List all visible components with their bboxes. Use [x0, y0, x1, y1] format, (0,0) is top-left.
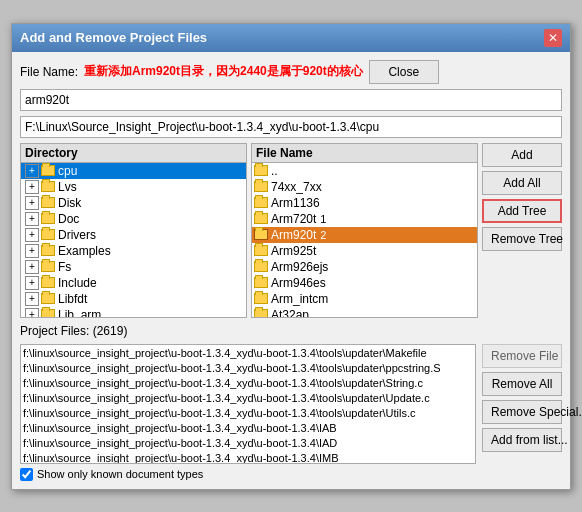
folder-icon-armintcm	[254, 293, 268, 304]
project-files-section: Project Files: (2619) f:\linux\source_in…	[20, 324, 562, 481]
annotation-2: 2	[320, 229, 326, 241]
file-label-arm946es: Arm946es	[271, 276, 326, 290]
dir-item-libarm[interactable]: + Lib_arm	[21, 307, 246, 318]
expand-icon-include[interactable]: +	[25, 276, 39, 290]
file-item-dotdot[interactable]: ..	[252, 163, 477, 179]
dir-item-lvs[interactable]: + Lvs	[21, 179, 246, 195]
add-all-button[interactable]: Add All	[482, 171, 562, 195]
dir-label-lvs: Lvs	[58, 180, 77, 194]
file-item-74xx[interactable]: 74xx_7xx	[252, 179, 477, 195]
folder-icon-drivers	[41, 229, 55, 240]
dir-item-drivers[interactable]: + Drivers	[21, 227, 246, 243]
file-label-arm1136: Arm1136	[271, 196, 320, 210]
filename-panel-header: File Name	[252, 144, 477, 163]
file-label-arm920t: Arm920t	[271, 228, 316, 242]
expand-icon-disk[interactable]: +	[25, 196, 39, 210]
bottom-row: f:\linux\source_insight_project\u-boot-1…	[20, 344, 562, 481]
project-files-header: Project Files: (2619)	[20, 324, 562, 338]
file-label-arm925t: Arm925t	[271, 244, 316, 258]
dir-label-cpu: cpu	[58, 164, 77, 178]
project-files-label: Project Files: (2619)	[20, 324, 127, 338]
file-label-armintcm: Arm_intcm	[271, 292, 328, 306]
annotation-1: 1	[320, 213, 326, 225]
file-label-at32ap: At32ap	[271, 308, 309, 318]
file-label-arm926ejs: Arm926ejs	[271, 260, 328, 274]
folder-icon-doc	[41, 213, 55, 224]
dialog-body: File Name: 重新添加Arm920t目录，因为2440是属于920t的核…	[12, 52, 570, 489]
dir-label-examples: Examples	[58, 244, 111, 258]
dir-item-doc[interactable]: + Doc	[21, 211, 246, 227]
show-known-checkbox[interactable]	[20, 468, 33, 481]
folder-icon-arm720t	[254, 213, 268, 224]
folder-icon-include	[41, 277, 55, 288]
path-input[interactable]	[20, 116, 562, 138]
dir-item-cpu[interactable]: + cpu	[21, 163, 246, 179]
dir-label-disk: Disk	[58, 196, 81, 210]
file-item-at32ap[interactable]: At32ap	[252, 307, 477, 318]
folder-icon-arm1136	[254, 197, 268, 208]
files-and-checkbox: f:\linux\source_insight_project\u-boot-1…	[20, 344, 476, 481]
folder-icon-examples	[41, 245, 55, 256]
file-item-arm1136[interactable]: Arm1136	[252, 195, 477, 211]
file-name-input-row	[20, 89, 562, 111]
file-entry-6: f:\linux\source_insight_project\u-boot-1…	[23, 436, 473, 451]
file-item-arm946es[interactable]: Arm946es	[252, 275, 477, 291]
remove-all-button[interactable]: Remove All	[482, 372, 562, 396]
file-entry-0: f:\linux\source_insight_project\u-boot-1…	[23, 346, 473, 361]
add-button[interactable]: Add	[482, 143, 562, 167]
dir-item-fs[interactable]: + Fs	[21, 259, 246, 275]
files-list[interactable]: f:\linux\source_insight_project\u-boot-1…	[20, 344, 476, 464]
expand-icon-cpu[interactable]: +	[25, 164, 39, 178]
dir-label-fs: Fs	[58, 260, 71, 274]
file-item-arm925t[interactable]: Arm925t	[252, 243, 477, 259]
dir-item-examples[interactable]: + Examples	[21, 243, 246, 259]
expand-icon-libfdt[interactable]: +	[25, 292, 39, 306]
expand-icon-lvs[interactable]: +	[25, 180, 39, 194]
hint-text: 重新添加Arm920t目录，因为2440是属于920t的核心	[84, 63, 363, 80]
expand-icon-fs[interactable]: +	[25, 260, 39, 274]
file-name-row: File Name: 重新添加Arm920t目录，因为2440是属于920t的核…	[20, 60, 562, 84]
dir-item-libfdt[interactable]: + Libfdt	[21, 291, 246, 307]
expand-icon-doc[interactable]: +	[25, 212, 39, 226]
directory-panel[interactable]: Directory + cpu + Lvs + Disk +	[20, 143, 247, 318]
remove-file-button[interactable]: Remove File	[482, 344, 562, 368]
show-known-label: Show only known document types	[37, 468, 203, 480]
folder-icon-74xx	[254, 181, 268, 192]
add-from-list-button[interactable]: Add from list...	[482, 428, 562, 452]
file-label-dotdot: ..	[271, 164, 278, 178]
folder-icon-arm925t	[254, 245, 268, 256]
expand-icon-drivers[interactable]: +	[25, 228, 39, 242]
file-item-arm926ejs[interactable]: Arm926ejs	[252, 259, 477, 275]
file-entry-7: f:\linux\source_insight_project\u-boot-1…	[23, 451, 473, 464]
folder-icon-lvs	[41, 181, 55, 192]
checkbox-row: Show only known document types	[20, 468, 476, 481]
file-entry-5: f:\linux\source_insight_project\u-boot-1…	[23, 421, 473, 436]
folder-icon-cpu	[41, 165, 55, 176]
filename-panel[interactable]: File Name .. 74xx_7xx Arm1136 Arm720t 1	[251, 143, 478, 318]
dir-label-include: Include	[58, 276, 97, 290]
dir-label-libarm: Lib_arm	[58, 308, 101, 318]
dir-item-include[interactable]: + Include	[21, 275, 246, 291]
file-name-input[interactable]	[20, 89, 562, 111]
folder-icon-dotdot	[254, 165, 268, 176]
dir-label-drivers: Drivers	[58, 228, 96, 242]
file-item-arm720t[interactable]: Arm720t 1	[252, 211, 477, 227]
folder-icon-arm946es	[254, 277, 268, 288]
file-item-arm920t[interactable]: Arm920t 2	[252, 227, 477, 243]
expand-icon-libarm[interactable]: +	[25, 308, 39, 318]
right-buttons: Add Add All Add Tree Remove Tree	[482, 143, 562, 318]
remove-special-button[interactable]: Remove Special...	[482, 400, 562, 424]
file-entry-4: f:\linux\source_insight_project\u-boot-1…	[23, 406, 473, 421]
dir-item-disk[interactable]: + Disk	[21, 195, 246, 211]
title-bar-close-button[interactable]: ✕	[544, 29, 562, 47]
add-tree-button[interactable]: Add Tree	[482, 199, 562, 223]
folder-icon-at32ap	[254, 309, 268, 318]
path-row	[20, 116, 562, 138]
folder-icon-arm926ejs	[254, 261, 268, 272]
close-button[interactable]: Close	[369, 60, 439, 84]
file-item-armintcm[interactable]: Arm_intcm	[252, 291, 477, 307]
file-entry-2: f:\linux\source_insight_project\u-boot-1…	[23, 376, 473, 391]
expand-icon-examples[interactable]: +	[25, 244, 39, 258]
remove-tree-button[interactable]: Remove Tree	[482, 227, 562, 251]
dir-label-libfdt: Libfdt	[58, 292, 87, 306]
